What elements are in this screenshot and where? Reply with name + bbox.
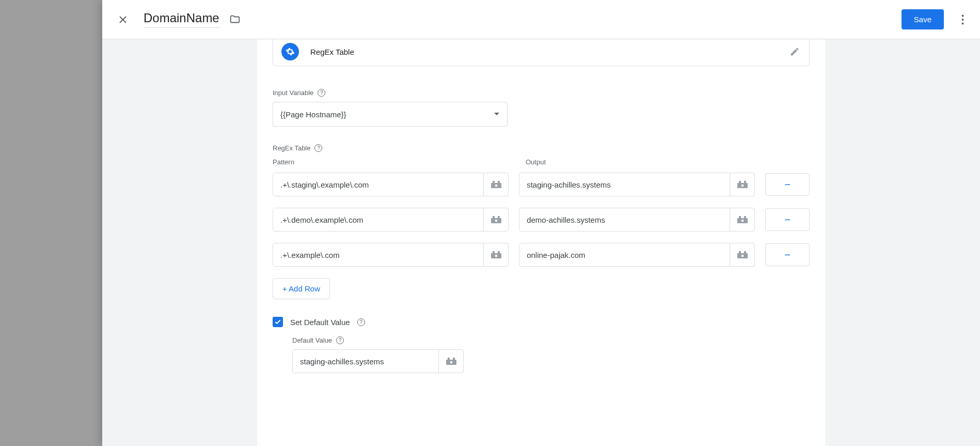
insert-variable-button[interactable] [730, 173, 754, 196]
variable-type-label: RegEx Table [310, 48, 354, 56]
set-default-value-checkbox[interactable] [273, 317, 283, 327]
close-button[interactable] [117, 13, 129, 26]
svg-point-4 [961, 22, 963, 24]
save-button[interactable]: Save [902, 9, 944, 29]
output-input-group [519, 243, 755, 267]
svg-rect-19 [744, 216, 746, 219]
more-options-button[interactable] [954, 11, 971, 28]
brick-icon [737, 251, 748, 258]
svg-point-2 [961, 14, 963, 17]
brick-icon [491, 216, 501, 223]
add-row-button[interactable]: + Add Row [273, 278, 330, 299]
page-title[interactable]: DomainName [144, 11, 219, 28]
svg-rect-30 [448, 358, 450, 360]
brick-icon [491, 181, 501, 188]
pattern-input[interactable] [273, 173, 483, 196]
pattern-input[interactable] [273, 208, 483, 231]
insert-variable-button[interactable] [438, 350, 463, 373]
svg-rect-10 [739, 181, 741, 183]
regex-table-label: RegEx Table ? [273, 144, 810, 152]
variable-type-icon [281, 43, 299, 60]
svg-rect-32 [450, 361, 452, 363]
svg-rect-23 [498, 251, 500, 254]
input-variable-value: {{Page Hostname}} [280, 110, 494, 119]
output-header: Output [526, 158, 546, 166]
svg-rect-8 [495, 184, 497, 187]
output-input[interactable] [519, 208, 730, 231]
output-input-group [519, 173, 755, 196]
variable-editor-panel: DomainName Save RegEx Table Input Variab… [102, 0, 980, 446]
table-row: − [273, 173, 810, 196]
svg-rect-28 [741, 255, 744, 257]
pattern-input[interactable] [273, 243, 483, 266]
help-icon[interactable]: ? [357, 318, 365, 326]
default-value-checkbox-row: Set Default Value ? [273, 317, 810, 327]
svg-rect-22 [493, 251, 495, 254]
default-value-input[interactable] [293, 350, 438, 373]
header-bar: DomainName Save [102, 0, 980, 39]
insert-variable-button[interactable] [483, 243, 508, 266]
content-area: RegEx Table Input Variable ? {{Page Host… [102, 39, 980, 446]
pattern-input-group [273, 208, 509, 232]
output-input-group [519, 208, 755, 232]
kebab-icon [961, 14, 964, 25]
svg-rect-14 [493, 216, 495, 219]
table-row: − [273, 208, 810, 232]
default-value-field-label: Default Value ? [292, 336, 810, 344]
svg-rect-27 [744, 251, 746, 254]
brick-icon [446, 358, 456, 365]
svg-rect-6 [493, 181, 495, 183]
remove-row-button[interactable]: − [765, 208, 810, 231]
default-value-input-group [292, 349, 464, 373]
svg-rect-11 [744, 181, 746, 183]
svg-rect-26 [739, 251, 741, 254]
brick-icon [737, 181, 748, 188]
svg-rect-18 [739, 216, 741, 219]
table-headers: Pattern Output [273, 157, 810, 166]
svg-rect-20 [741, 220, 744, 222]
brick-icon [491, 251, 501, 258]
variable-type-card[interactable]: RegEx Table [273, 39, 810, 66]
pencil-icon [789, 47, 800, 57]
input-variable-label: Input Variable ? [273, 89, 810, 97]
folder-button[interactable] [229, 13, 241, 26]
close-icon [118, 15, 128, 24]
insert-variable-button[interactable] [483, 208, 508, 231]
table-row: − [273, 243, 810, 267]
help-icon[interactable]: ? [318, 89, 325, 97]
svg-rect-31 [453, 358, 455, 360]
input-variable-select[interactable]: {{Page Hostname}} [273, 102, 508, 127]
insert-variable-button[interactable] [730, 243, 754, 266]
svg-rect-16 [495, 220, 497, 222]
edit-type-button[interactable] [788, 45, 801, 58]
content-inner: RegEx Table Input Variable ? {{Page Host… [257, 39, 825, 446]
remove-row-button[interactable]: − [765, 173, 810, 196]
brick-icon [737, 216, 748, 223]
svg-point-3 [961, 19, 963, 21]
pattern-input-group [273, 243, 509, 267]
chevron-down-icon [494, 112, 500, 116]
svg-rect-12 [741, 184, 744, 187]
pattern-header: Pattern [273, 158, 294, 166]
set-default-value-label: Set Default Value [290, 318, 350, 327]
help-icon[interactable]: ? [336, 336, 344, 344]
check-icon [274, 318, 281, 326]
svg-rect-24 [495, 255, 497, 257]
insert-variable-button[interactable] [483, 173, 508, 196]
output-input[interactable] [519, 173, 730, 196]
gear-icon [286, 47, 295, 56]
svg-rect-15 [498, 216, 500, 219]
remove-row-button[interactable]: − [765, 243, 810, 266]
insert-variable-button[interactable] [730, 208, 754, 231]
folder-icon [229, 14, 241, 25]
output-input[interactable] [519, 243, 730, 266]
pattern-input-group [273, 173, 509, 196]
svg-rect-7 [498, 181, 500, 183]
help-icon[interactable]: ? [314, 144, 322, 152]
default-value-section: Default Value ? [292, 336, 810, 373]
